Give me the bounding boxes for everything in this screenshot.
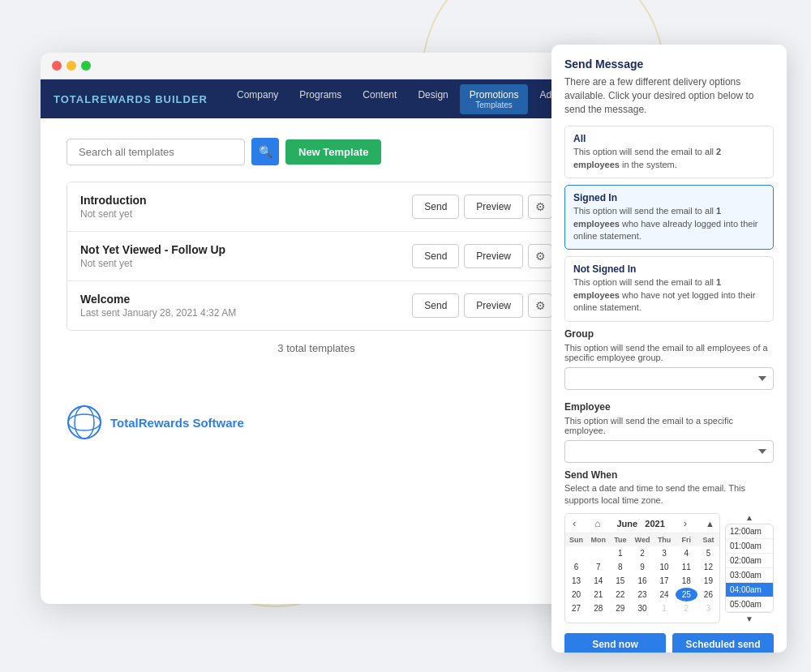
settings-button-2[interactable]: ⚙: [528, 293, 552, 318]
cal-day[interactable]: 11: [676, 560, 697, 574]
cal-header-sun: Sun: [565, 533, 587, 546]
cal-day[interactable]: 10: [654, 560, 676, 574]
nav-items: Company Programs Content Design Promotio…: [227, 84, 592, 114]
template-status: Not sent yet: [80, 258, 412, 269]
cal-day[interactable]: 30: [631, 601, 653, 615]
group-desc: This option will send the email to all e…: [564, 343, 774, 362]
time-item[interactable]: 12:00am: [726, 524, 773, 539]
option-signed-in[interactable]: Signed In This option will send the emai…: [564, 185, 774, 250]
template-status: Last sent January 28, 2021 4:32 AM: [80, 307, 412, 319]
scheduled-send-button[interactable]: Scheduled send: [672, 633, 774, 653]
nav-design[interactable]: Design: [408, 84, 457, 114]
time-item[interactable]: 02:00am: [726, 554, 773, 568]
maximize-dot[interactable]: [81, 61, 91, 71]
cal-day[interactable]: 6: [565, 560, 587, 574]
template-actions: Send Preview ⚙: [412, 244, 552, 268]
svg-point-0: [68, 406, 101, 439]
cal-prev-button[interactable]: ‹: [570, 517, 578, 529]
cal-day[interactable]: 29: [609, 601, 631, 615]
nav-content[interactable]: Content: [353, 84, 406, 114]
time-scroll-down[interactable]: ▼: [745, 614, 753, 623]
preview-button-0[interactable]: Preview: [464, 195, 523, 219]
cal-day[interactable]: 3: [654, 546, 676, 560]
cal-day[interactable]: 21: [587, 588, 609, 601]
cal-day[interactable]: 5: [697, 546, 719, 560]
option-all[interactable]: All This option will send the email to a…: [564, 126, 774, 178]
send-when-label: Send When: [564, 469, 774, 481]
calendar-grid: Sun Mon Tue Wed Thu Fri Sat 1 2 3 4 5 6 …: [565, 533, 719, 615]
minimize-dot[interactable]: [67, 61, 76, 71]
option-all-desc: This option will send the email to all 2…: [573, 146, 765, 171]
settings-button-1[interactable]: ⚙: [528, 244, 552, 268]
cal-day[interactable]: 13: [565, 574, 587, 588]
brand-logo: TOTALREWARDS BUILDER: [54, 93, 208, 105]
template-name: Not Yet Viewed - Follow Up: [80, 243, 412, 256]
template-info: Introduction Not sent yet: [80, 194, 412, 220]
employee-label: Employee: [564, 401, 774, 413]
cal-day[interactable]: 28: [587, 601, 609, 615]
cal-next-button[interactable]: ›: [681, 517, 689, 529]
logo-icon: [67, 404, 102, 440]
cal-day-today[interactable]: 25: [676, 588, 697, 601]
send-now-button[interactable]: Send now: [564, 633, 666, 653]
cal-day[interactable]: 7: [587, 560, 609, 574]
time-item[interactable]: 05:00am: [726, 597, 773, 612]
cal-day[interactable]: 19: [697, 574, 719, 588]
option-not-signed-in[interactable]: Not Signed In This option will send the …: [564, 256, 774, 321]
cal-day[interactable]: 26: [697, 588, 719, 601]
cal-month-year: June 2021: [617, 519, 665, 529]
nav-programs[interactable]: Programs: [290, 84, 351, 114]
settings-button-0[interactable]: ⚙: [528, 195, 552, 219]
search-input[interactable]: [67, 139, 245, 165]
cal-day[interactable]: 14: [587, 574, 609, 588]
cal-day[interactable]: 2: [631, 546, 653, 560]
cal-day[interactable]: 17: [654, 574, 676, 588]
cal-day[interactable]: 4: [676, 546, 697, 560]
template-list: Introduction Not sent yet Send Preview ⚙…: [67, 182, 566, 331]
nav-company[interactable]: Company: [227, 84, 288, 114]
cal-day[interactable]: 8: [609, 560, 631, 574]
panel-footer: Send now Scheduled send: [564, 633, 774, 653]
cal-day[interactable]: 9: [631, 560, 653, 574]
cal-day[interactable]: [565, 546, 587, 560]
time-item-selected[interactable]: 04:00am: [726, 583, 773, 597]
cal-day[interactable]: 22: [609, 588, 631, 601]
cal-up-button[interactable]: ▲: [706, 519, 714, 529]
close-dot[interactable]: [52, 61, 62, 71]
send-button-1[interactable]: Send: [412, 244, 459, 268]
time-scroll-up[interactable]: ▲: [745, 513, 753, 522]
cal-day[interactable]: 1: [609, 546, 631, 560]
cal-day[interactable]: 24: [654, 588, 676, 601]
template-name: Welcome: [80, 293, 412, 306]
table-row: Introduction Not sent yet Send Preview ⚙: [67, 182, 565, 232]
cal-home-button[interactable]: ⌂: [594, 518, 600, 529]
time-item[interactable]: 03:00am: [726, 568, 773, 583]
cal-day[interactable]: 23: [631, 588, 653, 601]
cal-day[interactable]: 18: [676, 574, 697, 588]
cal-day[interactable]: 27: [565, 601, 587, 615]
new-template-button[interactable]: New Template: [285, 139, 381, 165]
calendar-time-wrapper: ‹ ⌂ June 2021 › ▲ Sun Mon Tue Wed Thu Fr…: [564, 513, 774, 623]
cal-day[interactable]: 12: [697, 560, 719, 574]
preview-button-1[interactable]: Preview: [464, 244, 523, 268]
cal-day-other[interactable]: 2: [676, 601, 697, 615]
cal-day[interactable]: 20: [565, 588, 587, 601]
template-info: Not Yet Viewed - Follow Up Not sent yet: [80, 243, 412, 269]
cal-day-other[interactable]: 3: [697, 601, 719, 615]
gear-icon: ⚙: [535, 200, 546, 213]
time-item[interactable]: 01:00am: [726, 539, 773, 554]
cal-day[interactable]: 16: [631, 574, 653, 588]
employee-desc: This option will send the email to a spe…: [564, 416, 774, 435]
send-button-0[interactable]: Send: [412, 195, 459, 219]
cal-day[interactable]: [587, 546, 609, 560]
group-label: Group: [564, 328, 774, 340]
send-button-2[interactable]: Send: [412, 293, 459, 318]
cal-day-other[interactable]: 1: [654, 601, 676, 615]
cal-day[interactable]: 15: [609, 574, 631, 588]
panel-subtitle: There are a few different delivery optio…: [564, 75, 774, 116]
nav-promotions[interactable]: PromotionsTemplates: [460, 84, 529, 114]
search-button[interactable]: 🔍: [251, 138, 279, 165]
preview-button-2[interactable]: Preview: [464, 293, 523, 318]
group-select[interactable]: [564, 367, 774, 390]
employee-select[interactable]: [564, 440, 774, 463]
